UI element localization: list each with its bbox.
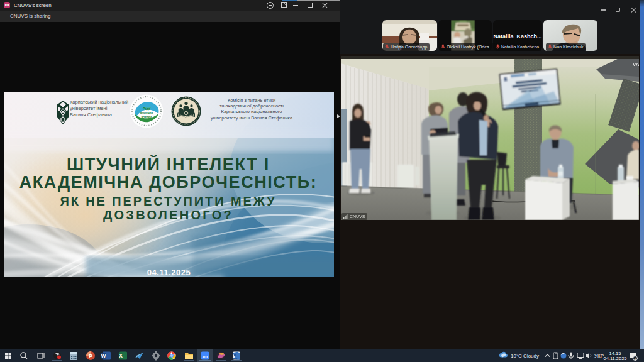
svg-text:X: X bbox=[119, 353, 123, 359]
svg-text:10°C Cloudy: 10°C Cloudy bbox=[511, 353, 539, 359]
svg-text:вчених: вчених bbox=[142, 115, 152, 118]
svg-text:1: 1 bbox=[634, 357, 636, 361]
svg-text:молодих: молодих bbox=[140, 111, 153, 114]
svg-text:VA: VA bbox=[633, 62, 639, 67]
svg-text:zm: zm bbox=[203, 354, 208, 358]
svg-text:P: P bbox=[89, 353, 92, 359]
svg-text:УКР: УКР bbox=[594, 353, 604, 359]
svg-text:04.11.2025: 04.11.2025 bbox=[604, 356, 627, 361]
svg-text:Рада: Рада bbox=[143, 107, 150, 111]
svg-text:W: W bbox=[101, 353, 106, 359]
